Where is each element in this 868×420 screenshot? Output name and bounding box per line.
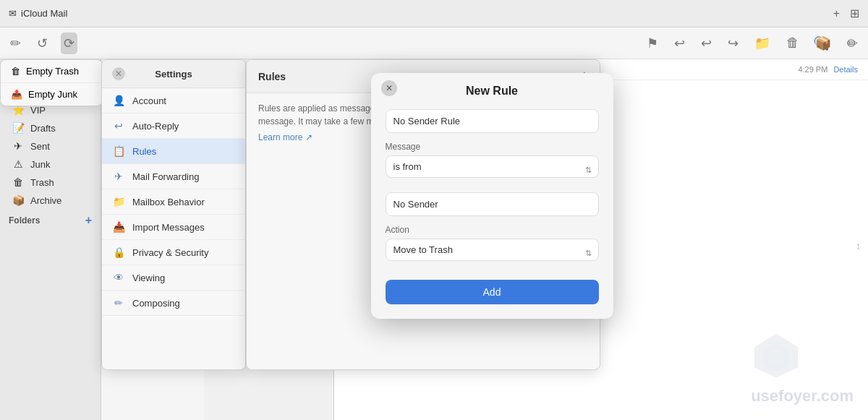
- condition-select-wrapper: is from is not from subject contains sub…: [386, 155, 599, 185]
- modal-body: Message is from is not from subject cont…: [371, 103, 613, 319]
- sender-input[interactable]: [386, 192, 599, 216]
- modal-backdrop: ✕ New Rule Message is from is not from s…: [0, 0, 868, 420]
- message-label: Message: [386, 142, 599, 152]
- modal-title: New Rule: [466, 85, 518, 98]
- modal-close-button[interactable]: ✕: [381, 80, 397, 96]
- rule-name-input[interactable]: [386, 109, 599, 133]
- action-select[interactable]: Move to Trash Move to Junk Mark as Read …: [386, 239, 599, 261]
- add-rule-button[interactable]: Add: [386, 280, 599, 304]
- close-icon: ✕: [386, 83, 393, 93]
- action-label: Action: [386, 225, 599, 235]
- new-rule-modal: ✕ New Rule Message is from is not from s…: [371, 73, 613, 319]
- condition-select[interactable]: is from is not from subject contains sub…: [386, 155, 599, 178]
- modal-header: ✕ New Rule: [371, 73, 613, 103]
- app-window: ✉ iCloud Mail + ⊞ ✏ ↺ ⟳ 🔍 ☺ ⚑ ↩ ↩ ↪ 📁 🗑 …: [0, 0, 868, 420]
- action-select-wrapper: Move to Trash Move to Junk Mark as Read …: [386, 239, 599, 268]
